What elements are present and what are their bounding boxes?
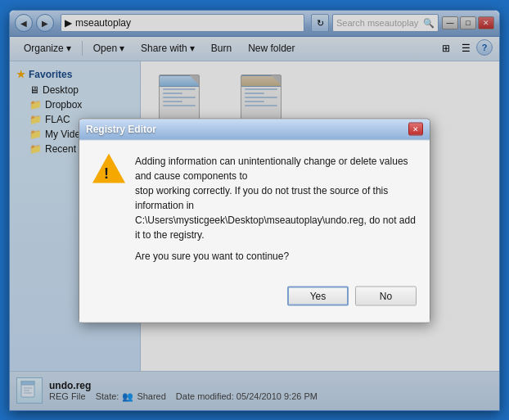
dialog-content: Adding information can unintentionally c… [92, 153, 417, 269]
dialog-message: Adding information can unintentionally c… [135, 153, 417, 269]
warning-icon [92, 153, 125, 186]
no-button[interactable]: No [355, 286, 417, 305]
dialog-footer: Yes No [92, 282, 417, 309]
dialog-titlebar: Registry Editor ✕ [79, 119, 430, 140]
dialog-body: Adding information can unintentionally c… [79, 140, 430, 322]
yes-button[interactable]: Yes [287, 286, 349, 305]
dialog-title: Registry Editor [86, 124, 408, 135]
dialog-message-line1: Adding information can unintentionally c… [135, 153, 417, 242]
warning-triangle [92, 153, 125, 183]
dialog-close-button[interactable]: ✕ [408, 123, 423, 136]
main-window: ◀ ▶ ▶ mseautoplay ↻ Search mseautoplay 🔍… [9, 10, 500, 411]
dialog-message-line5: Are you sure you want to continue? [135, 248, 417, 263]
registry-editor-dialog: Registry Editor ✕ Adding information can… [79, 118, 430, 323]
